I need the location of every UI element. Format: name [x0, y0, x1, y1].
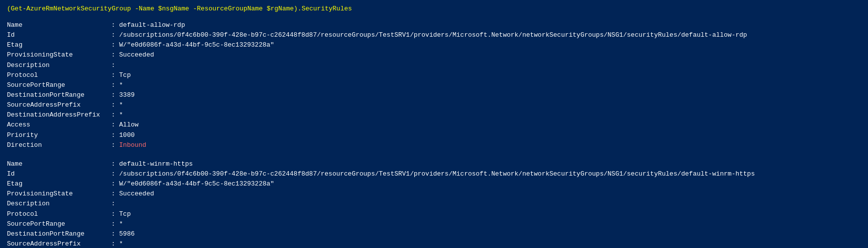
row-sourceportrange-1: SourcePortRange : *	[7, 80, 861, 90]
row-name-1: Name : default-allow-rdp	[7, 20, 861, 30]
row-etag-2: Etag : W/"e0d6086f-a43d-44bf-9c5c-8ec132…	[7, 179, 861, 189]
row-provisioningstate-1: ProvisioningState : Succeeded	[7, 50, 861, 60]
row-destportrange-1: DestinationPortRange : 3389	[7, 90, 861, 100]
row-description-1: Description :	[7, 61, 861, 70]
row-access-1: Access : Allow	[7, 120, 861, 130]
row-protocol-1: Protocol : Tcp	[7, 70, 861, 80]
row-etag-1: Etag : W/"e0d6086f-a43d-44bf-9c5c-8ec132…	[7, 40, 861, 50]
row-id-1: Id : /subscriptions/0f4c6b00-390f-428e-b…	[7, 30, 861, 40]
row-sourceaddrprefix-2: SourceAddressPrefix : *	[7, 239, 861, 248]
row-destaddrprefix-1: DestinationAddressPrefix : *	[7, 110, 861, 120]
terminal-window: (Get-AzureRmNetworkSecurityGroup -Name $…	[7, 5, 861, 248]
row-priority-1: Priority : 1000	[7, 130, 861, 140]
rule-block-2: Name : default-winrm-https Id : /subscri…	[7, 159, 861, 248]
row-sourceaddrprefix-1: SourceAddressPrefix : *	[7, 100, 861, 110]
row-direction-1: Direction : Inbound	[7, 140, 861, 150]
row-name-2: Name : default-winrm-https	[7, 159, 861, 169]
row-provisioningstate-2: ProvisioningState : Succeeded	[7, 189, 861, 199]
row-destportrange-2: DestinationPortRange : 5986	[7, 229, 861, 239]
spacer	[7, 155, 861, 159]
row-protocol-2: Protocol : Tcp	[7, 209, 861, 219]
row-id-2: Id : /subscriptions/0f4c6b00-390f-428e-b…	[7, 169, 861, 179]
row-sourceportrange-2: SourcePortRange : *	[7, 219, 861, 229]
command-line: (Get-AzureRmNetworkSecurityGroup -Name $…	[7, 5, 861, 12]
row-description-2: Description :	[7, 199, 861, 209]
rule-block-1: Name : default-allow-rdp Id : /subscript…	[7, 20, 861, 150]
